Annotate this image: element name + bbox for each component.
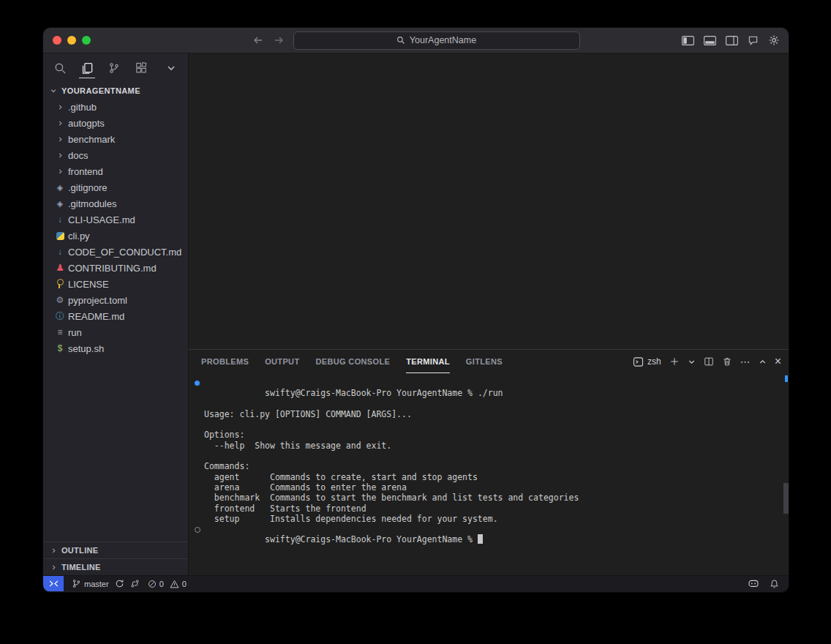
terminal-line xyxy=(204,451,778,461)
tree-item-docs[interactable]: docs xyxy=(43,147,188,163)
terminal-line: agent Commands to create, start and stop… xyxy=(204,472,778,482)
search-icon xyxy=(396,36,405,45)
git-file-icon: ◈ xyxy=(54,183,66,192)
back-arrow-icon[interactable] xyxy=(252,35,264,45)
explorer-view-icon[interactable] xyxy=(79,56,95,80)
warning-icon xyxy=(170,580,179,588)
tree-item-code-of-conduct-md[interactable]: ↓ CODE_OF_CONDUCT.md xyxy=(43,244,188,260)
zoom-window-button[interactable] xyxy=(82,36,91,45)
chevron-right-icon xyxy=(54,136,66,143)
tree-item-frontend[interactable]: frontend xyxy=(43,163,188,179)
panel-header: PROBLEMS OUTPUT DEBUG CONSOLE TERMINAL G… xyxy=(189,350,789,373)
python-icon xyxy=(54,232,66,240)
command-center-label: YourAgentName xyxy=(410,35,476,45)
chevron-down-icon[interactable] xyxy=(163,56,179,80)
split-terminal-button[interactable] xyxy=(704,356,714,367)
license-key-icon xyxy=(54,281,66,288)
outline-section[interactable]: OUTLINE xyxy=(43,542,188,558)
copilot-icon[interactable] xyxy=(748,579,759,589)
tree-item-run[interactable]: ≡ run xyxy=(43,324,188,340)
traffic-lights xyxy=(53,28,91,53)
bell-icon[interactable] xyxy=(770,579,779,589)
file-explorer-tree: YOURAGENTNAME .github autogpts benchmark… xyxy=(43,83,188,356)
gear-file-icon: ⚙ xyxy=(54,296,66,304)
extensions-view-icon[interactable] xyxy=(133,56,149,80)
maximize-panel-button[interactable] xyxy=(759,358,767,366)
chevron-right-icon xyxy=(54,104,66,111)
sync-status[interactable] xyxy=(115,579,124,588)
terminal-dropdown-button[interactable] xyxy=(688,358,696,366)
chevron-right-icon xyxy=(54,152,66,159)
command-center-search[interactable]: YourAgentName xyxy=(293,31,580,50)
branch-compare-status[interactable] xyxy=(130,579,140,588)
terminal-content[interactable]: swifty@Craigs-MacBook-Pro YourAgentName … xyxy=(189,373,789,575)
tree-root[interactable]: YOURAGENTNAME xyxy=(43,83,188,99)
chat-icon[interactable] xyxy=(748,35,759,46)
tree-item-contributing-md[interactable]: ♟ CONTRIBUTING.md xyxy=(43,260,188,276)
tab-output[interactable]: OUTPUT xyxy=(265,350,299,373)
kill-terminal-button[interactable] xyxy=(722,356,732,367)
remote-indicator[interactable] xyxy=(43,576,64,591)
contributing-icon: ♟ xyxy=(54,263,66,272)
chevron-right-icon xyxy=(48,547,59,554)
branch-compare-icon xyxy=(130,579,140,588)
terminal-line: setup Installs dependencies needed for y… xyxy=(204,514,778,524)
minimize-window-button[interactable] xyxy=(67,36,76,45)
tree-item-benchmark[interactable]: benchmark xyxy=(43,131,188,147)
tab-gitlens[interactable]: GITLENS xyxy=(466,350,503,373)
command-pending-decoration xyxy=(195,527,200,533)
layout-panel-toggle[interactable] xyxy=(704,36,716,45)
info-icon: ⓘ xyxy=(54,312,66,321)
markdown-icon: ↓ xyxy=(54,247,66,256)
terminal-icon xyxy=(633,356,644,367)
terminal-line: Options: xyxy=(204,430,778,440)
layout-secondary-sidebar-toggle[interactable] xyxy=(726,36,738,45)
tree-item-github[interactable]: .github xyxy=(43,99,188,115)
tab-debug-console[interactable]: DEBUG CONSOLE xyxy=(315,350,390,373)
terminal-line: --help Show this message and exit. xyxy=(204,441,778,451)
tree-item-cli-py[interactable]: cli.py xyxy=(43,228,188,244)
terminal-scrollbar[interactable] xyxy=(783,483,789,514)
shell-label: zsh xyxy=(647,356,661,367)
chevron-right-icon xyxy=(54,120,66,127)
tree-item-setup-sh[interactable]: $ setup.sh xyxy=(43,340,188,356)
terminal-line xyxy=(204,419,778,430)
problems-status[interactable]: 0 0 xyxy=(148,580,187,588)
terminal-line: frontend Starts the frontend xyxy=(204,503,778,514)
git-file-icon: ◈ xyxy=(54,199,66,208)
tab-terminal[interactable]: TERMINAL xyxy=(406,350,450,373)
overview-ruler-decoration xyxy=(785,375,788,382)
close-window-button[interactable] xyxy=(53,36,61,45)
titlebar: YourAgentName xyxy=(43,28,789,53)
chevron-right-icon xyxy=(48,564,59,571)
tree-item-readme-md[interactable]: ⓘ README.md xyxy=(43,308,188,324)
terminal-line: Commands: xyxy=(204,461,778,471)
terminal-line: Usage: cli.py [OPTIONS] COMMAND [ARGS]..… xyxy=(204,409,778,419)
tree-item-gitmodules[interactable]: ◈ .gitmodules xyxy=(43,195,188,211)
tree-item-pyproject-toml[interactable]: ⚙ pyproject.toml xyxy=(43,292,188,308)
layout-sidebar-toggle[interactable] xyxy=(682,36,694,45)
vscode-window: YourAgentName xyxy=(43,28,789,592)
tab-problems[interactable]: PROBLEMS xyxy=(201,350,249,373)
close-panel-button[interactable]: × xyxy=(775,356,781,367)
shell-file-icon: $ xyxy=(54,344,66,353)
gear-icon[interactable] xyxy=(768,34,780,46)
terminal-shell-selector[interactable]: zsh xyxy=(633,356,661,367)
branch-status[interactable]: master xyxy=(72,579,109,588)
new-terminal-button[interactable] xyxy=(669,356,680,367)
editor-empty-area xyxy=(189,53,789,349)
error-icon xyxy=(148,580,157,588)
search-view-icon[interactable] xyxy=(52,56,68,80)
tree-item-autogpts[interactable]: autogpts xyxy=(43,115,188,131)
more-actions-button[interactable]: ⋯ xyxy=(740,356,751,367)
tree-item-gitignore[interactable]: ◈ .gitignore xyxy=(43,179,188,195)
terminal-cursor xyxy=(478,534,483,544)
sidebar: YOURAGENTNAME .github autogpts benchmark… xyxy=(43,53,189,575)
forward-arrow-icon[interactable] xyxy=(273,35,285,45)
terminal-prompt-line: swifty@Craigs-MacBook-Pro YourAgentName … xyxy=(204,524,778,555)
tree-item-license[interactable]: LICENSE xyxy=(43,276,188,292)
tree-item-cli-usage-md[interactable]: ↓ CLI-USAGE.md xyxy=(43,211,188,228)
source-control-view-icon[interactable] xyxy=(106,56,122,80)
timeline-section[interactable]: TIMELINE xyxy=(43,558,188,575)
bottom-panel: PROBLEMS OUTPUT DEBUG CONSOLE TERMINAL G… xyxy=(189,349,789,575)
